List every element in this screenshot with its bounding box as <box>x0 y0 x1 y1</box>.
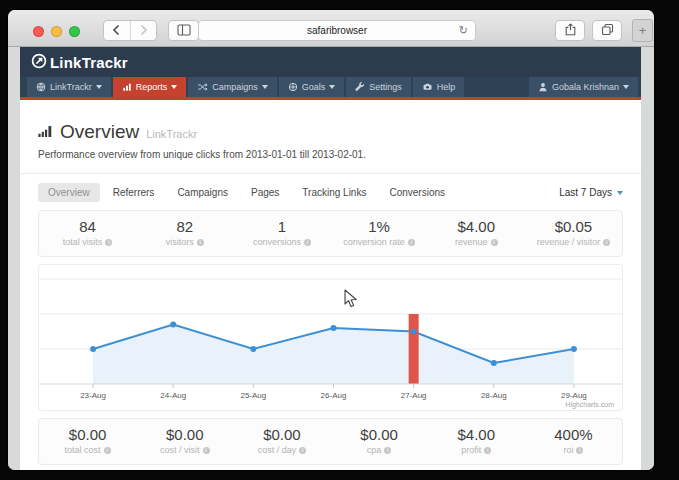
sidebar-toggle-button[interactable] <box>168 20 199 41</box>
new-tab-button[interactable]: + <box>632 19 653 42</box>
info-icon[interactable]: i <box>104 447 111 454</box>
tabs-overview-icon <box>601 22 614 40</box>
date-range-picker[interactable]: Last 7 Days <box>559 187 623 198</box>
brand-name: LinkTrackr <box>50 54 128 71</box>
tab-campaigns[interactable]: Campaigns <box>167 183 238 202</box>
browser-window: safaribrowser ↻ + LinkTrackr <box>8 10 654 470</box>
caret-down-icon <box>329 85 335 89</box>
user-name: Gobala Krishnan <box>552 82 619 92</box>
show-tabs-button[interactable] <box>592 20 622 41</box>
nav-item-campaigns[interactable]: Campaigns <box>188 77 277 97</box>
target-icon <box>288 82 298 92</box>
sidebar-icon <box>177 22 191 40</box>
stat-conversion-rate: 1% conversion ratei <box>331 211 428 256</box>
main-nav: LinkTrackr Reports Campaigns Goals <box>20 77 641 100</box>
url-text: safaribrowser <box>307 25 367 36</box>
chevron-left-icon <box>112 22 121 40</box>
stats-strip-top: 84 total visitsi 82 visitorsi 1 conversi… <box>38 210 623 257</box>
highcharts-plot[interactable]: 23-Aug24-Aug25-Aug26-Aug27-Aug28-Aug29-A… <box>39 265 622 410</box>
wrench-icon <box>355 82 365 92</box>
info-icon[interactable]: i <box>203 447 210 454</box>
share-button[interactable] <box>555 20 585 41</box>
date-range-label: Last 7 Days <box>559 187 612 198</box>
stat-total-visits: 84 total visitsi <box>39 211 136 256</box>
svg-text:Highcharts.com: Highcharts.com <box>565 401 614 409</box>
stat-cost-visit: $0.00 cost / visiti <box>136 419 233 464</box>
stat-cpa: $0.00 cpai <box>331 419 428 464</box>
info-icon[interactable]: i <box>197 239 204 246</box>
nav-item-help[interactable]: Help <box>413 77 465 97</box>
info-icon[interactable]: i <box>304 239 311 246</box>
tab-list: OverviewReferrersCampaignsPagesTracking … <box>38 183 458 202</box>
info-icon[interactable]: i <box>299 447 306 454</box>
info-icon[interactable]: i <box>408 239 415 246</box>
stats-strip-bottom: $0.00 total costi $0.00 cost / visiti $0… <box>38 418 623 465</box>
stat-cost-day: $0.00 cost / dayi <box>233 419 330 464</box>
bar-chart-icon <box>122 82 132 92</box>
forward-button[interactable] <box>130 21 157 40</box>
user-icon <box>538 82 548 92</box>
nav-items: LinkTrackr Reports Campaigns Goals <box>27 77 466 97</box>
page-heading: Overview LinkTrackr Performance overview… <box>20 100 641 174</box>
linktrackr-page: LinkTrackr LinkTrackr Reports <box>20 47 641 470</box>
stat-revenue-visitor: $0.05 revenue / visitori <box>525 211 622 256</box>
caret-down-icon <box>262 85 268 89</box>
stat-roi: 400% roii <box>525 419 622 464</box>
report-tabs: OverviewReferrersCampaignsPagesTracking … <box>20 174 641 210</box>
stat-profit: $4.00 profiti <box>428 419 525 464</box>
nav-item-linktrackr[interactable]: LinkTrackr <box>27 77 111 97</box>
overview-bars-icon <box>38 123 53 141</box>
plus-icon: + <box>639 23 647 38</box>
browser-viewport: LinkTrackr LinkTrackr Reports <box>8 47 654 470</box>
svg-text:26-Aug: 26-Aug <box>321 391 347 400</box>
info-icon[interactable]: i <box>576 447 583 454</box>
user-menu[interactable]: Gobala Krishnan <box>529 77 638 97</box>
tab-overview[interactable]: Overview <box>38 183 100 202</box>
shuffle-icon <box>197 82 208 92</box>
history-nav-group <box>103 20 157 41</box>
browser-titlebar: safaribrowser ↻ + <box>8 10 654 47</box>
tab-tracking-links[interactable]: Tracking Links <box>292 183 376 202</box>
zoom-window-button[interactable] <box>69 26 80 37</box>
nav-item-goals[interactable]: Goals <box>279 77 345 97</box>
page-subtitle: Performance overview from unique clicks … <box>38 149 623 160</box>
svg-text:25-Aug: 25-Aug <box>240 391 266 400</box>
svg-text:29-Aug: 29-Aug <box>561 391 587 400</box>
tab-referrers[interactable]: Referrers <box>103 183 165 202</box>
tab-conversions[interactable]: Conversions <box>379 183 455 202</box>
caret-down-icon <box>96 85 102 89</box>
info-icon[interactable]: i <box>105 239 112 246</box>
share-icon <box>565 22 576 40</box>
minimize-window-button[interactable] <box>51 26 62 37</box>
stat-total-cost: $0.00 total costi <box>39 419 136 464</box>
caret-down-icon <box>617 191 623 195</box>
caret-down-icon <box>171 85 177 89</box>
tab-pages[interactable]: Pages <box>241 183 289 202</box>
info-icon[interactable]: i <box>491 239 498 246</box>
link-logo-icon <box>31 53 47 72</box>
camera-icon <box>422 82 433 92</box>
info-icon[interactable]: i <box>484 447 491 454</box>
nav-item-settings[interactable]: Settings <box>346 77 411 97</box>
linktrackr-logo[interactable]: LinkTrackr <box>31 53 128 72</box>
window-controls <box>33 26 80 37</box>
caret-down-icon <box>623 85 629 89</box>
close-window-button[interactable] <box>33 26 44 37</box>
back-button[interactable] <box>104 21 130 40</box>
nav-item-reports[interactable]: Reports <box>113 77 187 97</box>
chevron-right-icon <box>139 22 148 40</box>
visits-chart[interactable]: 23-Aug24-Aug25-Aug26-Aug27-Aug28-Aug29-A… <box>38 264 623 411</box>
address-bar[interactable]: safaribrowser ↻ <box>198 20 476 41</box>
svg-text:28-Aug: 28-Aug <box>481 391 507 400</box>
svg-text:24-Aug: 24-Aug <box>160 391 186 400</box>
svg-text:27-Aug: 27-Aug <box>401 391 427 400</box>
stat-revenue: $4.00 revenuei <box>428 211 525 256</box>
globe-icon <box>36 82 46 92</box>
info-icon[interactable]: i <box>603 239 610 246</box>
svg-text:23-Aug: 23-Aug <box>80 391 106 400</box>
reload-icon[interactable]: ↻ <box>459 21 468 40</box>
site-header: LinkTrackr <box>20 47 641 77</box>
page-title-suffix: LinkTrackr <box>146 128 197 140</box>
stat-visitors: 82 visitorsi <box>136 211 233 256</box>
info-icon[interactable]: i <box>384 447 391 454</box>
